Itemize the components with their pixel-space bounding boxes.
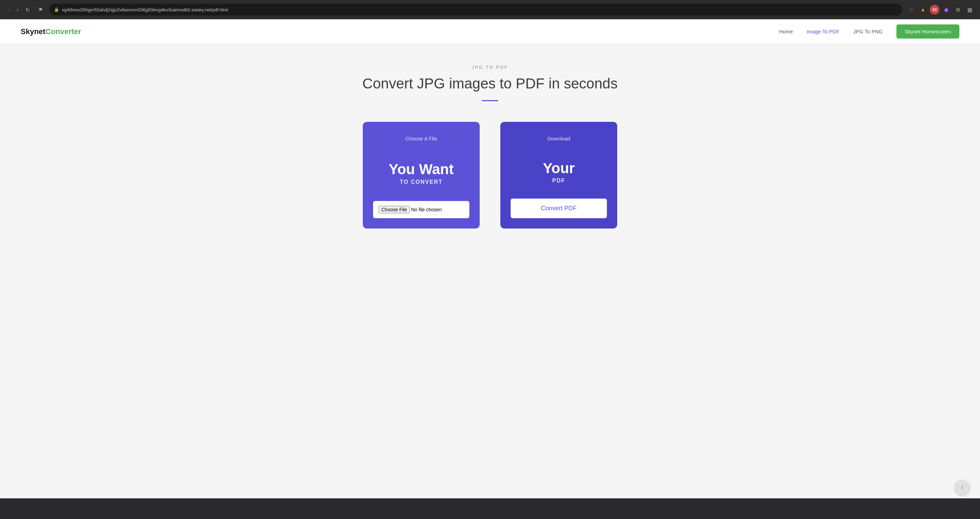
right-card-text-area: Your PDF <box>543 145 575 199</box>
extension-icon-1[interactable]: 53 <box>930 5 939 14</box>
convert-pdf-button[interactable]: Convert PDF <box>511 199 607 218</box>
right-card-title: Your <box>543 160 575 176</box>
cards-container: Choose A File You Want TO CONVERT Downlo… <box>335 122 645 228</box>
brave-rewards-icon[interactable]: ▲ <box>918 5 928 14</box>
navbar: SkynetConverter Home Image To PDF JPG To… <box>0 19 980 44</box>
scroll-top-button[interactable]: ↑ <box>955 480 970 495</box>
extensions-icon[interactable]: ▦ <box>965 5 975 14</box>
footer-dark <box>0 498 980 519</box>
nav-jpg-to-png[interactable]: JPG To PNG <box>853 29 883 34</box>
refresh-button[interactable]: ↻ <box>23 5 32 14</box>
logo-converter: Converter <box>45 27 81 36</box>
address-bar[interactable]: 🔒 vg4i9oos2l5hgm55ahdj2sjjo2v8asrmm036g9… <box>49 4 902 16</box>
homescreen-button[interactable]: Skynet Homescreen <box>896 24 959 38</box>
left-card-title: You Want <box>389 161 454 177</box>
logo: SkynetConverter <box>21 27 81 36</box>
brave-shield-icon[interactable]: ☉ <box>907 5 916 14</box>
browser-chrome: ‹ › ↻ ⚑ 🔒 vg4i9oos2l5hgm55ahdj2sjjo2v8as… <box>0 0 980 19</box>
left-card-label: Choose A File <box>406 136 438 141</box>
nav-links: Home Image To PDF JPG To PNG Skynet Home… <box>779 24 959 38</box>
extension-icon-2[interactable]: ◆ <box>942 5 951 14</box>
right-card-label: Download <box>547 136 571 141</box>
browser-actions: ☉ ▲ 53 ◆ ⚙ ▦ <box>907 5 975 14</box>
forward-button[interactable]: › <box>14 5 21 15</box>
nav-image-to-pdf[interactable]: Image To PDF <box>807 29 840 34</box>
file-input[interactable] <box>373 201 469 218</box>
left-card-text-area: You Want TO CONVERT <box>389 145 454 201</box>
title-divider <box>482 100 498 101</box>
right-card-subtitle: PDF <box>552 177 565 184</box>
page-label: JPG TO PDF <box>472 65 508 70</box>
lock-icon: 🔒 <box>54 7 59 12</box>
logo-skynet: Skynet <box>21 27 45 36</box>
settings-icon[interactable]: ⚙ <box>953 5 963 14</box>
page-title: Convert JPG images to PDF in seconds <box>363 75 617 92</box>
file-input-wrapper[interactable] <box>373 201 469 218</box>
nav-home[interactable]: Home <box>779 29 793 34</box>
right-card: Download Your PDF Convert PDF <box>500 122 617 228</box>
address-text: vg4i9oos2l5hgm55ahdj2sjjo2v8asrmm036g93i… <box>62 7 897 13</box>
nav-buttons: ‹ › ↻ <box>5 5 32 15</box>
back-button[interactable]: ‹ <box>5 5 12 15</box>
left-card: Choose A File You Want TO CONVERT <box>363 122 480 228</box>
main-content: JPG TO PDF Convert JPG images to PDF in … <box>0 44 980 498</box>
bookmark-button[interactable]: ⚑ <box>36 5 45 14</box>
left-card-subtitle: TO CONVERT <box>400 179 443 185</box>
